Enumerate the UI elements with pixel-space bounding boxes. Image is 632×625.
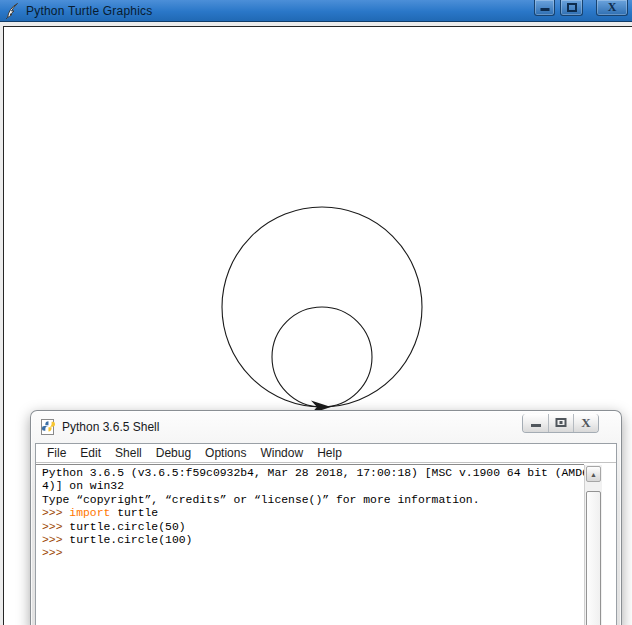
shell-menubar: FileEditShellDebugOptionsWindowHelp bbox=[36, 444, 616, 463]
maximize-button[interactable] bbox=[560, 0, 583, 16]
shell-window-controls: X bbox=[522, 414, 599, 433]
up-arrow-icon: ▲ bbox=[590, 471, 597, 478]
minimize-button[interactable] bbox=[523, 414, 548, 432]
close-icon: X bbox=[597, 1, 627, 14]
turtle-titlebar: Python Turtle Graphics X bbox=[0, 0, 632, 22]
console-segment: turtle.circle(50) bbox=[69, 521, 185, 533]
console-segment: >>> bbox=[42, 507, 69, 519]
console-line: Python 3.6.5 (v3.6.5:f59c0932b4, Mar 28 … bbox=[42, 467, 584, 480]
minimize-button[interactable] bbox=[534, 0, 555, 16]
console-text[interactable]: Python 3.6.5 (v3.6.5:f59c0932b4, Mar 28 … bbox=[36, 464, 584, 625]
console-segment: turtle.circle(100) bbox=[69, 534, 192, 546]
turtle-window-controls: X bbox=[529, 0, 628, 16]
console-line: >>> bbox=[42, 547, 584, 560]
shell-titlebar[interactable]: Python 3.6.5 Shell X bbox=[31, 411, 621, 443]
console-line: >>> turtle.circle(100) bbox=[42, 534, 584, 547]
menu-edit[interactable]: Edit bbox=[73, 445, 108, 462]
close-icon: X bbox=[574, 416, 598, 430]
console-line: Type “copyright”, “credits” or “license(… bbox=[42, 494, 584, 507]
console-segment: >>> bbox=[42, 547, 63, 559]
menu-shell[interactable]: Shell bbox=[108, 445, 149, 462]
turtle-window-title: Python Turtle Graphics bbox=[26, 4, 152, 18]
maximize-icon bbox=[567, 3, 577, 12]
scrollbar-up-button[interactable]: ▲ bbox=[586, 466, 601, 482]
python-shell-window: Python 3.6.5 Shell X FileEditShellDebugO… bbox=[30, 410, 622, 625]
shell-window-title: Python 3.6.5 Shell bbox=[62, 420, 159, 434]
console-segment: >>> bbox=[42, 521, 69, 533]
menu-help[interactable]: Help bbox=[310, 445, 349, 462]
console-line: >>> import turtle bbox=[42, 507, 584, 520]
minimize-icon bbox=[540, 8, 549, 11]
console-segment: import bbox=[69, 507, 110, 519]
restore-icon-inner bbox=[560, 421, 563, 424]
console-segment: turtle bbox=[110, 507, 158, 519]
console-line: >>> turtle.circle(50) bbox=[42, 521, 584, 534]
console-segment: Type “copyright”, “credits” or “license(… bbox=[42, 494, 479, 506]
console-segment: Python 3.6.5 (v3.6.5:f59c0932b4, Mar 28 … bbox=[42, 467, 584, 479]
console-segment: >>> bbox=[42, 534, 69, 546]
restore-icon bbox=[556, 418, 567, 427]
menu-file[interactable]: File bbox=[40, 445, 73, 462]
close-button[interactable]: X bbox=[573, 414, 598, 432]
close-button[interactable]: X bbox=[596, 0, 628, 16]
restore-button[interactable] bbox=[548, 414, 573, 432]
menu-window[interactable]: Window bbox=[253, 445, 310, 462]
console-segment: 4)] on win32 bbox=[42, 480, 124, 492]
console-line: 4)] on win32 bbox=[42, 480, 584, 493]
scrollbar-thumb[interactable] bbox=[586, 491, 601, 625]
idle-python-icon bbox=[40, 419, 56, 435]
menu-debug[interactable]: Debug bbox=[149, 445, 198, 462]
shell-body: Python 3.6.5 (v3.6.5:f59c0932b4, Mar 28 … bbox=[36, 464, 616, 625]
vertical-scrollbar[interactable]: ▲ bbox=[584, 465, 602, 625]
shell-client-area: FileEditShellDebugOptionsWindowHelp Pyth… bbox=[35, 443, 617, 625]
feather-quill-icon bbox=[5, 2, 20, 19]
menu-options[interactable]: Options bbox=[198, 445, 253, 462]
minimize-icon bbox=[531, 424, 541, 427]
